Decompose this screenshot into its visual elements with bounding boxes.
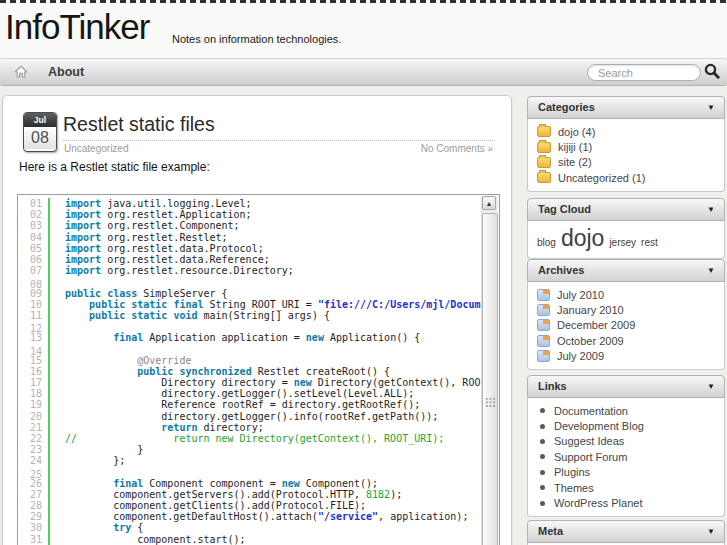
archive-item[interactable]: January 2010 (537, 302, 715, 317)
code-token: directory; (197, 422, 263, 433)
widget-meta-header[interactable]: Meta ▼ (527, 520, 725, 543)
widget-categories: Categories ▼ dojo (4)kijiji (1)site (2)U… (527, 96, 725, 192)
category-item[interactable]: dojo (4) (537, 124, 715, 139)
calendar-icon (537, 350, 550, 362)
code-token: } (65, 444, 143, 455)
code-token: @Override (137, 355, 191, 366)
site-title[interactable]: InfoTinker (5, 7, 149, 47)
code-text: component.start(); (48, 534, 246, 545)
link-item[interactable]: Development Blog (537, 418, 715, 433)
widget-categories-header[interactable]: Categories ▼ (527, 96, 725, 119)
chevron-down-icon[interactable]: ▼ (707, 521, 715, 542)
code-line: 10 public static final String ROOT_URI =… (18, 299, 499, 310)
category-label[interactable]: dojo (4) (558, 126, 595, 138)
bullet-icon (540, 439, 545, 444)
archive-label[interactable]: October 2009 (557, 335, 624, 347)
archive-label[interactable]: December 2009 (557, 319, 635, 331)
category-label[interactable]: site (2) (558, 156, 592, 168)
code-token: final (173, 299, 203, 310)
search-icon[interactable] (703, 62, 721, 80)
search-input[interactable] (587, 64, 701, 81)
code-line: 25 (18, 467, 499, 478)
link-item[interactable]: WordPress Planet (537, 495, 715, 510)
folder-icon (537, 172, 551, 183)
code-token: "file:///C:/Users/mjl/Docum (318, 299, 481, 310)
tag-link[interactable]: dojo (561, 225, 604, 251)
widget-tag-cloud-header[interactable]: Tag Cloud ▼ (527, 198, 725, 221)
link-item[interactable]: Themes (537, 480, 715, 495)
nav-item-about[interactable]: About (48, 65, 84, 79)
code-token: import (65, 265, 101, 276)
category-label[interactable]: Uncategorized (1) (558, 172, 645, 184)
code-line: 23 } (18, 444, 499, 455)
archive-item[interactable]: July 2010 (537, 287, 715, 302)
scrollbar-up-arrow-icon[interactable]: ▲ (482, 196, 496, 210)
tag-link[interactable]: blog (537, 237, 556, 248)
code-token: { (131, 522, 143, 533)
widget-archives-header[interactable]: Archives ▼ (527, 259, 725, 282)
line-number: 04 (18, 232, 48, 243)
scrollbar-thumb[interactable] (482, 213, 498, 545)
category-item[interactable]: Uncategorized (1) (537, 170, 715, 185)
tag-link[interactable]: jersey (609, 237, 636, 248)
tag-link[interactable]: rest (641, 237, 658, 248)
link-item[interactable]: Suggest Ideas (537, 434, 715, 449)
code-token: public (65, 288, 101, 299)
line-number: 31 (18, 534, 48, 545)
archive-item[interactable]: October 2009 (537, 333, 715, 348)
code-lines: 01import java.util.logging.Level;02impor… (18, 198, 499, 545)
code-line: 03import org.restlet.Component; (18, 220, 499, 231)
chevron-down-icon[interactable]: ▼ (707, 199, 715, 220)
post-category-link[interactable]: Uncategorized (64, 143, 128, 154)
code-token: static (131, 310, 167, 321)
calendar-icon (537, 304, 550, 316)
link-label[interactable]: Support Forum (554, 451, 627, 463)
code-text: import org.restlet.resource.Directory; (48, 265, 294, 276)
code-scrollbar[interactable]: ▲ (481, 196, 498, 545)
code-token: new (294, 377, 312, 388)
code-line: 24 }; (18, 455, 499, 466)
code-text: import org.restlet.data.Reference; (48, 254, 270, 265)
category-label[interactable]: kijiji (1) (558, 141, 592, 153)
widget-meta: Meta ▼ (527, 520, 725, 545)
code-line: 16 public synchronized Restlet createRoo… (18, 366, 499, 377)
link-item[interactable]: Support Forum (537, 449, 715, 464)
link-label[interactable]: WordPress Planet (554, 497, 642, 509)
archive-item[interactable]: July 2009 (537, 349, 715, 364)
line-number: 29 (18, 511, 48, 522)
post-comments-link[interactable]: No Comments » (421, 143, 493, 154)
code-text (48, 467, 65, 478)
code-token: org.restlet.data.Protocol; (101, 243, 264, 254)
category-item[interactable]: kijiji (1) (537, 139, 715, 154)
code-line: 15 @Override (18, 355, 499, 366)
widget-tag-cloud: Tag Cloud ▼ blogdojojerseyrest (527, 198, 725, 259)
post-container: Jul 08 Restlet static files Uncategorize… (2, 95, 512, 545)
link-label[interactable]: Development Blog (554, 420, 644, 432)
post-title[interactable]: Restlet static files (63, 113, 215, 136)
archive-item[interactable]: December 2009 (537, 318, 715, 333)
code-line: 12 (18, 321, 499, 332)
line-number: 13 (18, 332, 48, 343)
archive-label[interactable]: July 2010 (557, 289, 604, 301)
chevron-down-icon[interactable]: ▼ (707, 97, 715, 118)
chevron-down-icon[interactable]: ▼ (707, 376, 715, 397)
widget-links-header[interactable]: Links ▼ (527, 375, 725, 398)
chevron-down-icon[interactable]: ▼ (707, 260, 715, 281)
link-item[interactable]: Documentation (537, 403, 715, 418)
links-list: DocumentationDevelopment BlogSuggest Ide… (527, 398, 725, 517)
category-item[interactable]: site (2) (537, 155, 715, 170)
link-label[interactable]: Plugins (554, 466, 590, 478)
code-text (48, 276, 65, 287)
archive-label[interactable]: July 2009 (557, 350, 604, 362)
link-item[interactable]: Plugins (537, 465, 715, 480)
code-token: directory.getLogger().info(rootRef.getPa… (65, 411, 438, 422)
home-icon[interactable] (13, 64, 29, 80)
link-label[interactable]: Suggest Ideas (554, 435, 624, 447)
line-number: 28 (18, 500, 48, 511)
link-label[interactable]: Themes (554, 482, 594, 494)
archive-label[interactable]: January 2010 (557, 304, 624, 316)
code-text: } (48, 444, 143, 455)
site-tagline: Notes on information technologies. (172, 33, 341, 45)
code-token: "/service" (318, 511, 378, 522)
link-label[interactable]: Documentation (554, 405, 628, 417)
